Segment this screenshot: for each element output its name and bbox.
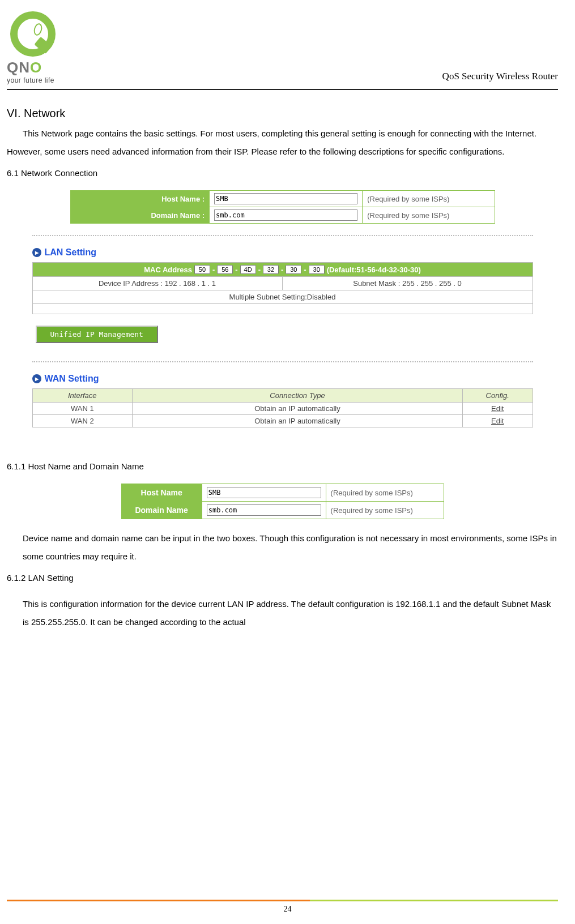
sub-6-1-heading: 6.1 Network Connection [7, 168, 558, 178]
sub-6-1-2-heading: 6.1.2 LAN Setting [7, 573, 558, 583]
mac-address-label: MAC Address [144, 266, 192, 274]
lan-empty-row [33, 303, 533, 314]
wan2-interface: WAN 2 [32, 415, 133, 427]
domain-name-label: Domain Name : [70, 207, 210, 224]
wan-setting-header: WAN Setting [32, 374, 533, 384]
brand-tagline: your future life [7, 76, 56, 84]
wan1-interface: WAN 1 [32, 403, 133, 415]
wan1-connection: Obtain an IP automatically [133, 403, 463, 415]
brand-name-o: O [30, 59, 42, 76]
lan-setting-title: LAN Setting [45, 247, 97, 258]
arrow-bullet-icon [32, 248, 41, 257]
page-number: 24 [0, 905, 575, 914]
subnet-mask-cell: Subnet Mask : 255 . 255 . 255 . 0 [283, 276, 533, 290]
network-settings-screenshot: Host Name : (Required by some ISPs) Doma… [28, 190, 538, 427]
mac-part-2[interactable] [240, 265, 256, 274]
wan-table: Interface Connection Type Config. WAN 1 … [32, 388, 533, 427]
sub-6-1-1-heading: 6.1.1 Host Name and Domain Name [7, 461, 558, 471]
page-footer: 24 [0, 900, 575, 914]
wan-col-interface: Interface [32, 389, 133, 403]
domain-name-input-2[interactable] [207, 504, 321, 516]
para-6-1-2: This is configuration information for th… [23, 595, 558, 631]
mac-default-note: (Default:51-56-4d-32-30-30) [327, 266, 421, 274]
host-name-label: Host Name : [70, 191, 210, 207]
lan-box: MAC Address - - - - - (Default:51-56-4d-… [32, 262, 533, 314]
q-icon [10, 11, 56, 57]
host-name-note: (Required by some ISPs) [363, 191, 495, 207]
lan-mac-row: MAC Address - - - - - (Default:51-56-4d-… [33, 263, 533, 276]
unified-ip-management-button[interactable]: Unified IP Management [36, 326, 158, 343]
header-title: QoS Security Wireless Router [442, 71, 558, 82]
domain-name-note-2: (Required by some ISPs) [326, 502, 444, 519]
wan-setting-title: WAN Setting [45, 374, 99, 384]
divider-2 [32, 361, 533, 362]
mac-part-5[interactable] [309, 265, 325, 274]
domain-name-note: (Required by some ISPs) [363, 207, 495, 224]
mac-part-1[interactable] [217, 265, 233, 274]
lan-setting-header: LAN Setting [32, 247, 533, 258]
divider [32, 235, 533, 236]
host-domain-table: Host Name : (Required by some ISPs) Doma… [70, 190, 495, 224]
wan-col-config: Config. [462, 389, 533, 403]
footer-line [7, 900, 558, 901]
wan2-edit-link[interactable]: Edit [491, 417, 504, 425]
host-name-input-2[interactable] [207, 487, 321, 498]
host-name-input[interactable] [214, 193, 357, 204]
section-title: VI. Network [7, 107, 558, 120]
arrow-bullet-icon-2 [32, 374, 41, 383]
wan-row-2: WAN 2 Obtain an IP automatically Edit [32, 415, 533, 427]
wan2-connection: Obtain an IP automatically [133, 415, 463, 427]
mac-part-4[interactable] [286, 265, 301, 274]
host-name-note-2: (Required by some ISPs) [326, 484, 444, 502]
domain-name-label-2: Domain Name [121, 502, 202, 519]
mac-part-3[interactable] [263, 265, 279, 274]
intro-paragraph: This Network page contains the basic set… [7, 125, 558, 160]
device-ip-cell: Device IP Address : 192 . 168 . 1 . 1 [33, 276, 283, 290]
wan1-edit-link[interactable]: Edit [491, 404, 504, 413]
multi-subnet-cell: Multiple Subnet Setting:Disabled [33, 290, 533, 303]
mac-part-0[interactable] [194, 265, 210, 274]
para-6-1-1: Device name and domain name can be input… [23, 529, 558, 565]
domain-name-input[interactable] [214, 209, 357, 221]
brand-logo: QNO your future life [7, 11, 56, 84]
page-header: QNO your future life QoS Security Wirele… [7, 11, 558, 90]
wan-col-connection: Connection Type [133, 389, 463, 403]
host-domain-table-small: Host Name (Required by some ISPs) Domain… [121, 484, 444, 519]
wan-row-1: WAN 1 Obtain an IP automatically Edit [32, 403, 533, 415]
brand-name-part1: QN [7, 59, 30, 76]
host-name-label-2: Host Name [121, 484, 202, 502]
